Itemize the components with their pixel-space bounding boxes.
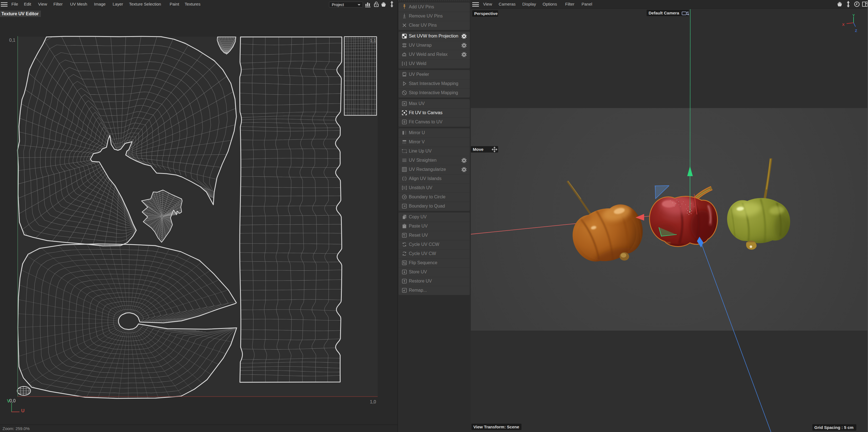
svg-text:Z: Z [855, 29, 857, 33]
svg-text:Y: Y [852, 13, 855, 18]
svg-text:X: X [842, 23, 845, 27]
